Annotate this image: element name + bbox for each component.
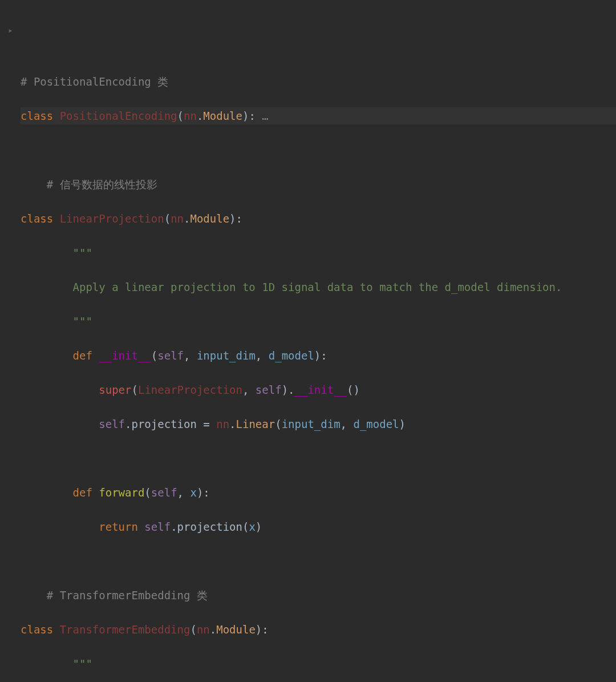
code-line: """ <box>21 655 616 672</box>
code-line: # 信号数据的线性投影 <box>21 176 616 193</box>
code-line: """ <box>21 244 616 261</box>
code-line: # PositionalEncoding 类 <box>21 73 616 90</box>
code-line: class PositionalEncoding(nn.Module): … <box>21 107 616 124</box>
code-area[interactable]: # PositionalEncoding 类 class PositionalE… <box>0 56 616 682</box>
code-line: class LinearProjection(nn.Module): <box>21 210 616 227</box>
code-editor[interactable]: ▸ # PositionalEncoding 类 class Positiona… <box>0 0 616 682</box>
code-line <box>21 142 616 159</box>
code-line: return self.projection(x) <box>21 518 616 535</box>
code-line: def __init__(self, input_dim, d_model): <box>21 347 616 364</box>
code-line: """ <box>21 313 616 330</box>
code-line: class TransformerEmbedding(nn.Module): <box>21 621 616 638</box>
code-line: super(LinearProjection, self).__init__() <box>21 381 616 398</box>
gutter: ▸ <box>0 0 19 682</box>
code-line: def forward(self, x): <box>21 484 616 501</box>
code-line <box>21 552 616 570</box>
code-line <box>21 450 616 467</box>
code-line: # TransformerEmbedding 类 <box>21 587 616 604</box>
fold-arrow-icon[interactable]: ▸ <box>8 22 13 39</box>
code-line: self.projection = nn.Linear(input_dim, d… <box>21 415 616 433</box>
code-line: Apply a linear projection to 1D signal d… <box>21 279 616 296</box>
